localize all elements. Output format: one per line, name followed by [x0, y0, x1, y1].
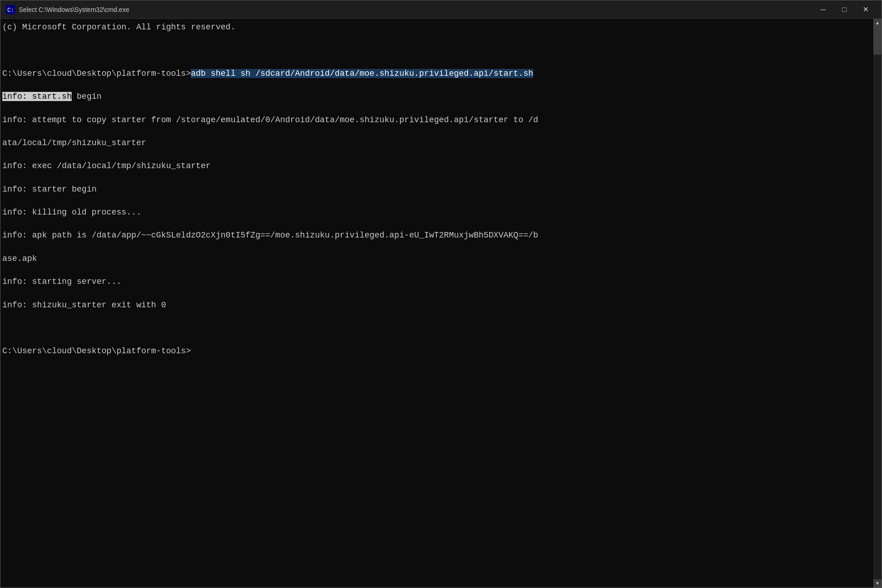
output-line-1: info: start.sh begin	[2, 91, 871, 102]
output-line-9: info: starting server...	[2, 276, 871, 288]
scrollbar-track[interactable]	[873, 27, 882, 579]
command1: adb shell sh /sdcard/Android/data/moe.sh…	[191, 69, 533, 78]
prompt1: C:\Users\cloud\Desktop\platform-tools>	[2, 69, 191, 78]
window-title: Select C:\Windows\System32\cmd.exe	[19, 6, 813, 13]
command-line: C:\Users\cloud\Desktop\platform-tools>ad…	[2, 68, 871, 79]
window-controls: ─ □ ✕	[813, 0, 876, 19]
blank-line-2	[2, 322, 871, 334]
output-line-5: info: starter begin	[2, 184, 871, 195]
cmd-icon: C:	[6, 5, 15, 14]
prompt2-line: C:\Users\cloud\Desktop\platform-tools>	[2, 345, 871, 357]
scrollbar[interactable]: ▲ ▼	[873, 19, 882, 588]
close-button[interactable]: ✕	[855, 0, 876, 19]
output-line-7: info: apk path is /data/app/~~cGkSLeldzO…	[2, 230, 871, 241]
terminal-output[interactable]: (c) Microsoft Corporation. All rights re…	[0, 19, 873, 588]
maximize-button[interactable]: □	[834, 0, 855, 19]
blank-line-1	[2, 45, 871, 56]
output-line-2: info: attempt to copy starter from /stor…	[2, 114, 871, 126]
copyright-line: (c) Microsoft Corporation. All rights re…	[2, 22, 871, 33]
output-line-10: info: shizuku_starter exit with 0	[2, 300, 871, 311]
cmd-window: C: Select C:\Windows\System32\cmd.exe ─ …	[0, 0, 882, 588]
minimize-button[interactable]: ─	[813, 0, 834, 19]
scrollbar-thumb[interactable]	[873, 27, 882, 55]
output-line-6: info: killing old process...	[2, 207, 871, 218]
start-sh-highlight: info: start.sh	[2, 92, 72, 101]
content-area: (c) Microsoft Corporation. All rights re…	[0, 19, 882, 588]
scroll-up-arrow[interactable]: ▲	[873, 19, 882, 27]
output-line-4: info: exec /data/local/tmp/shizuku_start…	[2, 160, 871, 172]
title-bar: C: Select C:\Windows\System32\cmd.exe ─ …	[0, 0, 882, 19]
output-line-3: ata/local/tmp/shizuku_starter	[2, 137, 871, 149]
scroll-down-arrow[interactable]: ▼	[873, 579, 882, 588]
svg-text:C:: C:	[7, 7, 14, 14]
output-line-8: ase.apk	[2, 253, 871, 265]
